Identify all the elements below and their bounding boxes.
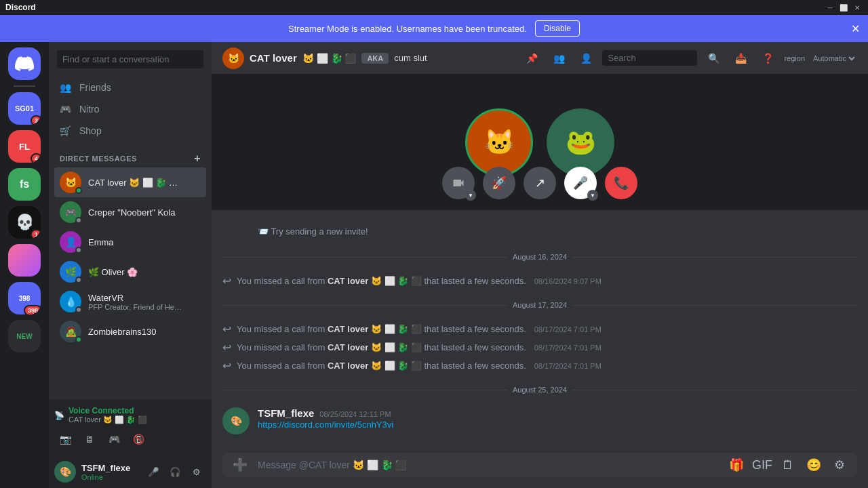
chat-input-area: ➕ 🎁 GIF 🗒 😊 ⚙ — [212, 453, 868, 488]
message-link-discord[interactable]: https://discord.com/invite/5cnhY3vi — [258, 420, 393, 430]
nav-nitro[interactable]: 🎮 Nitro — [54, 98, 206, 120]
voice-panel: 📡 Voice Connected CAT lover 🐱 ⬜ 🐉 ⬛ 📷 🖥 … — [49, 400, 212, 455]
dm-item-oliver[interactable]: 🌿 🌿 Oliver 🌸 — [54, 257, 206, 287]
screen-share-button[interactable]: 🚀 — [483, 167, 515, 199]
server-divider — [14, 85, 35, 87]
restore-button[interactable]: ⬜ — [838, 2, 849, 13]
search-icon[interactable]: 🔍 — [703, 47, 724, 69]
chat-messages: 📨 Try sending a new invite! August 16, 2… — [212, 210, 868, 453]
streamer-banner: Streamer Mode is enabled. Usernames have… — [0, 15, 868, 42]
dm-name-zombie: Zombiebrains130 — [88, 327, 183, 337]
user-headphone-button[interactable]: 🎧 — [165, 462, 184, 481]
emoji-button[interactable]: 😊 — [802, 453, 826, 477]
user-panel-avatar: 🎨 — [54, 461, 76, 483]
activity-button[interactable]: ↗ — [524, 167, 556, 199]
minimize-button[interactable]: ─ — [825, 2, 835, 13]
avatar-oliver: 🌿 — [60, 261, 81, 283]
apps-button[interactable]: ⚙ — [827, 453, 852, 477]
profile-button[interactable]: 👤 — [575, 47, 597, 69]
voice-status-area: 📡 Voice Connected CAT lover 🐱 ⬜ 🐉 ⬛ — [54, 406, 206, 424]
nav-friends[interactable]: 👥 Friends — [54, 77, 206, 98]
voice-camera-button[interactable]: 📷 — [54, 428, 76, 450]
help-button[interactable]: ❓ — [757, 47, 778, 69]
user-settings-button[interactable]: ⚙ — [187, 462, 206, 481]
dm-section-label: DIRECT MESSAGES — [60, 155, 137, 163]
app-title: Discord — [5, 3, 36, 12]
camera-chevron-icon[interactable]: ▼ — [465, 190, 476, 201]
server-list: SG01 3 FL 4 fs 💀 1 398 398 NEW — [0, 42, 49, 488]
missed-call-icon-3: ↩ — [222, 341, 231, 354]
nitro-label: Nitro — [79, 104, 100, 115]
inbox-button[interactable]: 📥 — [730, 47, 751, 69]
gif-button[interactable]: GIF — [750, 453, 774, 477]
add-friend-button[interactable]: 👥 — [548, 47, 570, 69]
chat-header: 🐱 CAT lover 🐱 ⬜ 🐉 ⬛ AKA cum slut 📌 👥 👤 🔍… — [212, 42, 868, 75]
chat-input-wrapper: ➕ 🎁 GIF 🗒 😊 ⚙ — [222, 453, 857, 477]
dm-name-oliver: 🌿 Oliver 🌸 — [88, 267, 183, 277]
mic-btn-group: 🎤 ▼ — [564, 167, 597, 199]
server-icon-home[interactable] — [8, 47, 41, 80]
dm-name-cat-lover: CAT lover 🐱 ⬜ 🐉 ⬛ … — [88, 178, 183, 188]
chat-search-input[interactable] — [602, 50, 697, 66]
server-icon-398[interactable]: 398 398 — [8, 282, 41, 314]
banner-text: Streamer Mode is enabled. Usernames have… — [288, 24, 527, 34]
dm-item-zombie[interactable]: 🧟 Zombiebrains130 — [54, 317, 206, 346]
dm-navigation: 👥 Friends 🎮 Nitro 🛒 Shop — [49, 77, 212, 142]
voice-user-label: CAT lover 🐱 ⬜ 🐉 ⬛ — [68, 415, 147, 424]
voice-disconnect-button[interactable]: 📵 — [127, 428, 149, 450]
user-mic-button[interactable]: 🎤 — [144, 462, 163, 481]
close-button[interactable]: ✕ — [852, 2, 863, 13]
titlebar: Discord ─ ⬜ ✕ — [0, 0, 868, 15]
message-avatar-tsfm: 🎨 — [222, 407, 250, 434]
mic-chevron-icon[interactable]: ▼ — [587, 190, 598, 201]
chat-header-name: CAT lover — [250, 52, 297, 64]
chat-message-input[interactable] — [252, 453, 724, 477]
try-invite-icon: 📨 — [258, 226, 269, 237]
server-icon-new[interactable]: NEW — [8, 320, 41, 352]
dm-list: 🐱 CAT lover 🐱 ⬜ 🐉 ⬛ … 🎮 Creper "Noobert"… — [49, 167, 212, 400]
user-panel-name: TSFM_flexe — [81, 463, 138, 473]
call-time-4: 08/17/2024 7:01 PM — [534, 362, 601, 370]
try-invite-message: 📨 Try sending a new invite! — [222, 221, 857, 242]
hangup-button[interactable]: 📞 — [605, 167, 637, 199]
screen-btn-group: 🚀 — [483, 167, 515, 199]
server-icon-fl[interactable]: FL 4 — [8, 130, 41, 163]
user-panel-controls: 🎤 🎧 ⚙ — [144, 462, 206, 481]
message-timestamp-tsfm: 08/25/2024 12:11 PM — [319, 410, 391, 418]
shop-icon: 🛒 — [60, 125, 71, 136]
dm-section-header: DIRECT MESSAGES + — [49, 142, 212, 167]
add-dm-button[interactable]: + — [194, 152, 201, 165]
pin-button[interactable]: 📌 — [521, 47, 542, 69]
nav-shop[interactable]: 🛒 Shop — [54, 120, 206, 142]
voice-activity-button[interactable]: 🎮 — [103, 428, 125, 450]
chat-header-emojis: 🐱 ⬜ 🐉 ⬛ — [302, 53, 357, 64]
dm-search-input[interactable] — [57, 50, 203, 68]
banner-close-icon[interactable]: ✕ — [851, 22, 860, 35]
voice-status-label: Voice Connected — [68, 406, 147, 415]
missed-call-caller-4: CAT lover 🐱 ⬜ 🐉 ⬛ — [328, 361, 422, 371]
message-row-tsfm: 🎨 TSFM_flexe 08/25/2024 12:11 PM https:/… — [222, 405, 857, 437]
call-time-1: 08/16/2024 9:07 PM — [534, 277, 601, 285]
avatar-creper: 🎮 — [60, 201, 81, 223]
server-icon-sg01[interactable]: SG01 3 — [8, 92, 41, 125]
server-badge-skull: 1 — [31, 229, 41, 239]
dm-item-emma[interactable]: 👤 Emma — [54, 227, 206, 257]
server-icon-skull[interactable]: 💀 1 — [8, 206, 41, 239]
gift-button[interactable]: 🎁 — [724, 453, 749, 477]
call-time-3: 08/17/2024 7:01 PM — [534, 344, 601, 352]
region-label: region — [784, 54, 805, 62]
add-attachment-button[interactable]: ➕ — [228, 453, 252, 477]
server-icon-fs[interactable]: fs — [8, 168, 41, 201]
app-body: SG01 3 FL 4 fs 💀 1 398 398 NEW — [0, 42, 868, 488]
region-select[interactable]: Automatic — [810, 54, 857, 63]
dm-item-watervr[interactable]: 💧 WaterVR PFP Creator, Friend of Hexago.… — [54, 287, 206, 317]
user-panel-info: TSFM_flexe Online — [81, 463, 138, 481]
disable-streamer-button[interactable]: Disable — [535, 20, 580, 37]
date-divider-aug17: August 17, 2024 — [222, 301, 857, 309]
server-icon-pink[interactable] — [8, 244, 41, 277]
dm-item-cat-lover[interactable]: 🐱 CAT lover 🐱 ⬜ 🐉 ⬛ … — [54, 167, 206, 197]
date-divider-aug16: August 16, 2024 — [222, 253, 857, 261]
sticker-button[interactable]: 🗒 — [776, 453, 800, 477]
voice-screen-button[interactable]: 🖥 — [79, 428, 100, 450]
dm-item-creper[interactable]: 🎮 Creper "Noobert" Kola — [54, 197, 206, 227]
